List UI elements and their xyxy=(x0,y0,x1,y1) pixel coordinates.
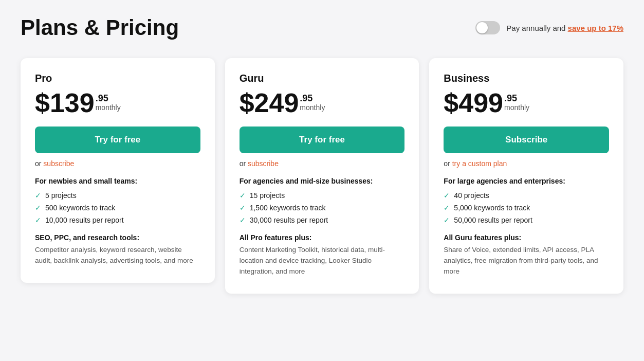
feature-text: 15 projects xyxy=(250,191,285,200)
feature-item: ✓ 40 projects xyxy=(444,191,609,200)
check-icon: ✓ xyxy=(240,216,246,224)
target-desc-guru: For agencies and mid-size businesses: xyxy=(240,177,405,185)
feature-text: 50,000 results per report xyxy=(454,216,532,224)
check-icon: ✓ xyxy=(35,204,41,212)
cta-button-business[interactable]: Subscribe xyxy=(444,127,609,153)
feature-item: ✓ 30,000 results per report xyxy=(240,216,405,224)
price-main-guru: $249 xyxy=(240,89,299,116)
plans-container: Pro $139 .95 monthly Try for free or sub… xyxy=(21,58,623,294)
feature-list-business: ✓ 40 projects ✓ 5,000 keywords to track … xyxy=(444,191,609,224)
target-desc-business: For large agencies and enterprises: xyxy=(444,177,609,185)
extras-title-guru: All Pro features plus: xyxy=(240,233,405,242)
feature-text: 1,500 keywords to track xyxy=(250,204,326,212)
check-icon: ✓ xyxy=(444,204,450,212)
price-detail-guru: .95 monthly xyxy=(300,94,325,113)
annual-toggle-area: Pay annually and save up to 17% xyxy=(475,21,623,34)
save-highlight: save up to 17% xyxy=(568,24,623,32)
feature-text: 500 keywords to track xyxy=(45,204,115,212)
plan-name-guru: Guru xyxy=(240,73,405,84)
or-text-guru: or xyxy=(240,159,248,168)
feature-item: ✓ 5,000 keywords to track xyxy=(444,204,609,212)
price-period-pro: monthly xyxy=(96,103,121,113)
or-link-row-business: or try a custom plan xyxy=(444,159,609,168)
price-row-business: $499 .95 monthly xyxy=(444,89,609,116)
price-detail-business: .95 monthly xyxy=(504,94,529,113)
check-icon: ✓ xyxy=(240,191,246,200)
price-detail-pro: .95 monthly xyxy=(96,94,121,113)
annual-toggle-label: Pay annually and xyxy=(506,24,567,32)
extras-desc-guru: Content Marketing Toolkit, historical da… xyxy=(240,245,405,277)
check-icon: ✓ xyxy=(240,204,246,212)
feature-text: 10,000 results per report xyxy=(45,216,124,224)
feature-item: ✓ 500 keywords to track xyxy=(35,204,200,212)
price-cents-business: .95 xyxy=(504,94,529,103)
feature-text: 40 projects xyxy=(454,191,489,200)
plan-name-pro: Pro xyxy=(35,73,200,84)
price-main-pro: $139 xyxy=(35,89,95,116)
alt-link-business[interactable]: try a custom plan xyxy=(452,159,507,168)
price-main-business: $499 xyxy=(444,89,503,116)
extras-desc-business: Share of Voice, extended limits, API acc… xyxy=(444,245,609,277)
or-text-pro: or xyxy=(35,159,43,168)
plan-card-business: Business $499 .95 monthly Subscribe or t… xyxy=(429,58,623,294)
page-title: Plans & Pricing xyxy=(21,15,179,40)
feature-list-pro: ✓ 5 projects ✓ 500 keywords to track ✓ 1… xyxy=(35,191,200,224)
price-cents-pro: .95 xyxy=(96,94,121,103)
price-row-guru: $249 .95 monthly xyxy=(240,89,405,116)
extras-desc-pro: Competitor analysis, keyword research, w… xyxy=(35,245,200,266)
check-icon: ✓ xyxy=(444,216,450,224)
check-icon: ✓ xyxy=(35,191,41,200)
or-link-row-pro: or subscribe xyxy=(35,159,200,168)
annual-toggle[interactable] xyxy=(475,21,500,34)
feature-text: 30,000 results per report xyxy=(250,216,328,224)
plan-card-guru: Guru $249 .95 monthly Try for free or su… xyxy=(225,58,419,294)
alt-link-pro[interactable]: subscribe xyxy=(43,159,74,168)
price-period-business: monthly xyxy=(504,103,529,113)
page-header: Plans & Pricing Pay annually and save up… xyxy=(21,15,623,40)
feature-list-guru: ✓ 15 projects ✓ 1,500 keywords to track … xyxy=(240,191,405,224)
alt-link-guru[interactable]: subscribe xyxy=(248,159,279,168)
price-period-guru: monthly xyxy=(300,103,325,113)
feature-item: ✓ 5 projects xyxy=(35,191,200,200)
annual-text: Pay annually and save up to 17% xyxy=(506,24,623,32)
plan-name-business: Business xyxy=(444,73,609,84)
plan-card-pro: Pro $139 .95 monthly Try for free or sub… xyxy=(21,58,215,283)
cta-button-pro[interactable]: Try for free xyxy=(35,127,200,153)
cta-button-guru[interactable]: Try for free xyxy=(240,127,405,153)
extras-title-business: All Guru features plus: xyxy=(444,233,609,242)
feature-item: ✓ 50,000 results per report xyxy=(444,216,609,224)
feature-text: 5,000 keywords to track xyxy=(454,204,530,212)
check-icon: ✓ xyxy=(35,216,41,224)
feature-item: ✓ 10,000 results per report xyxy=(35,216,200,224)
feature-item: ✓ 1,500 keywords to track xyxy=(240,204,405,212)
toggle-knob xyxy=(476,22,488,33)
extras-title-pro: SEO, PPC, and research tools: xyxy=(35,233,200,242)
or-text-business: or xyxy=(444,159,452,168)
target-desc-pro: For newbies and small teams: xyxy=(35,177,200,185)
check-icon: ✓ xyxy=(444,191,450,200)
or-link-row-guru: or subscribe xyxy=(240,159,405,168)
feature-item: ✓ 15 projects xyxy=(240,191,405,200)
feature-text: 5 projects xyxy=(45,191,77,200)
price-cents-guru: .95 xyxy=(300,94,325,103)
price-row-pro: $139 .95 monthly xyxy=(35,89,200,116)
